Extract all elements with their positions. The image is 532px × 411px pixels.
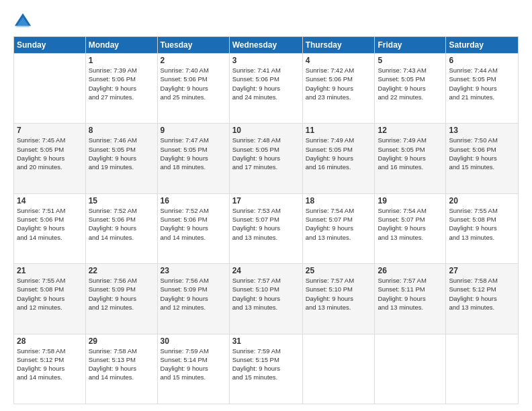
day-info: Sunrise: 7:59 AM Sunset: 5:15 PM Dayligh… bbox=[232, 347, 300, 382]
day-number: 30 bbox=[161, 336, 226, 346]
week-row-1: 1Sunrise: 7:39 AM Sunset: 5:06 PM Daylig… bbox=[14, 54, 519, 124]
day-cell: 29Sunrise: 7:58 AM Sunset: 5:13 PM Dayli… bbox=[85, 334, 157, 404]
logo-icon bbox=[13, 12, 32, 31]
col-header-thursday: Thursday bbox=[302, 37, 375, 54]
day-number: 26 bbox=[378, 266, 443, 275]
day-info: Sunrise: 7:44 AM Sunset: 5:05 PM Dayligh… bbox=[449, 66, 515, 101]
day-info: Sunrise: 7:42 AM Sunset: 5:06 PM Dayligh… bbox=[306, 66, 372, 101]
day-number: 18 bbox=[306, 196, 372, 205]
header bbox=[13, 12, 519, 31]
day-info: Sunrise: 7:55 AM Sunset: 5:08 PM Dayligh… bbox=[449, 206, 515, 242]
day-info: Sunrise: 7:53 AM Sunset: 5:07 PM Dayligh… bbox=[232, 206, 300, 242]
day-info: Sunrise: 7:56 AM Sunset: 5:09 PM Dayligh… bbox=[161, 276, 226, 312]
week-row-2: 7Sunrise: 7:45 AM Sunset: 5:05 PM Daylig… bbox=[14, 124, 519, 193]
day-cell: 13Sunrise: 7:50 AM Sunset: 5:06 PM Dayli… bbox=[446, 124, 519, 193]
col-header-wednesday: Wednesday bbox=[229, 37, 302, 54]
day-info: Sunrise: 7:46 AM Sunset: 5:05 PM Dayligh… bbox=[89, 136, 154, 171]
day-cell bbox=[302, 334, 375, 404]
day-cell: 2Sunrise: 7:40 AM Sunset: 5:06 PM Daylig… bbox=[157, 54, 229, 124]
day-number: 17 bbox=[232, 196, 300, 205]
day-info: Sunrise: 7:51 AM Sunset: 5:06 PM Dayligh… bbox=[17, 206, 83, 242]
day-cell: 25Sunrise: 7:57 AM Sunset: 5:10 PM Dayli… bbox=[302, 264, 375, 334]
day-cell: 17Sunrise: 7:53 AM Sunset: 5:07 PM Dayli… bbox=[229, 193, 302, 263]
day-number: 1 bbox=[89, 56, 154, 65]
day-cell: 8Sunrise: 7:46 AM Sunset: 5:05 PM Daylig… bbox=[85, 124, 157, 193]
week-row-3: 14Sunrise: 7:51 AM Sunset: 5:06 PM Dayli… bbox=[14, 193, 519, 263]
day-cell: 4Sunrise: 7:42 AM Sunset: 5:06 PM Daylig… bbox=[302, 54, 375, 124]
week-row-4: 21Sunrise: 7:55 AM Sunset: 5:08 PM Dayli… bbox=[14, 264, 519, 334]
day-cell: 30Sunrise: 7:59 AM Sunset: 5:14 PM Dayli… bbox=[157, 334, 229, 404]
col-header-tuesday: Tuesday bbox=[157, 37, 229, 54]
day-number: 20 bbox=[449, 196, 515, 205]
day-cell: 18Sunrise: 7:54 AM Sunset: 5:07 PM Dayli… bbox=[302, 193, 375, 263]
day-cell: 21Sunrise: 7:55 AM Sunset: 5:08 PM Dayli… bbox=[14, 264, 86, 334]
day-info: Sunrise: 7:47 AM Sunset: 5:05 PM Dayligh… bbox=[161, 136, 226, 171]
day-number: 2 bbox=[161, 56, 226, 65]
day-number: 7 bbox=[17, 126, 83, 135]
day-info: Sunrise: 7:57 AM Sunset: 5:11 PM Dayligh… bbox=[378, 276, 443, 312]
day-cell: 9Sunrise: 7:47 AM Sunset: 5:05 PM Daylig… bbox=[157, 124, 229, 193]
day-number: 22 bbox=[89, 266, 154, 275]
day-cell: 11Sunrise: 7:49 AM Sunset: 5:05 PM Dayli… bbox=[302, 124, 375, 193]
day-info: Sunrise: 7:50 AM Sunset: 5:06 PM Dayligh… bbox=[449, 136, 515, 171]
day-info: Sunrise: 7:57 AM Sunset: 5:10 PM Dayligh… bbox=[306, 276, 372, 312]
day-cell: 19Sunrise: 7:54 AM Sunset: 5:07 PM Dayli… bbox=[375, 193, 446, 263]
day-number: 23 bbox=[161, 266, 226, 275]
day-number: 13 bbox=[449, 126, 515, 135]
day-info: Sunrise: 7:48 AM Sunset: 5:05 PM Dayligh… bbox=[232, 136, 300, 171]
day-number: 4 bbox=[306, 56, 372, 65]
day-cell bbox=[446, 334, 519, 404]
day-info: Sunrise: 7:52 AM Sunset: 5:06 PM Dayligh… bbox=[89, 206, 154, 242]
day-cell: 27Sunrise: 7:58 AM Sunset: 5:12 PM Dayli… bbox=[446, 264, 519, 334]
day-cell: 14Sunrise: 7:51 AM Sunset: 5:06 PM Dayli… bbox=[14, 193, 86, 263]
day-info: Sunrise: 7:57 AM Sunset: 5:10 PM Dayligh… bbox=[232, 276, 300, 312]
day-cell: 15Sunrise: 7:52 AM Sunset: 5:06 PM Dayli… bbox=[85, 193, 157, 263]
day-cell: 23Sunrise: 7:56 AM Sunset: 5:09 PM Dayli… bbox=[157, 264, 229, 334]
day-cell: 26Sunrise: 7:57 AM Sunset: 5:11 PM Dayli… bbox=[375, 264, 446, 334]
day-cell: 22Sunrise: 7:56 AM Sunset: 5:09 PM Dayli… bbox=[85, 264, 157, 334]
page: SundayMondayTuesdayWednesdayThursdayFrid… bbox=[0, 0, 532, 411]
day-number: 5 bbox=[378, 56, 443, 65]
day-info: Sunrise: 7:59 AM Sunset: 5:14 PM Dayligh… bbox=[161, 347, 226, 382]
day-number: 11 bbox=[306, 126, 372, 135]
day-info: Sunrise: 7:55 AM Sunset: 5:08 PM Dayligh… bbox=[17, 276, 83, 312]
day-info: Sunrise: 7:58 AM Sunset: 5:13 PM Dayligh… bbox=[89, 347, 154, 382]
day-info: Sunrise: 7:39 AM Sunset: 5:06 PM Dayligh… bbox=[89, 66, 154, 101]
day-cell bbox=[375, 334, 446, 404]
day-number: 24 bbox=[232, 266, 300, 275]
day-info: Sunrise: 7:54 AM Sunset: 5:07 PM Dayligh… bbox=[378, 206, 443, 242]
day-info: Sunrise: 7:40 AM Sunset: 5:06 PM Dayligh… bbox=[161, 66, 226, 101]
day-cell: 24Sunrise: 7:57 AM Sunset: 5:10 PM Dayli… bbox=[229, 264, 302, 334]
day-number: 21 bbox=[17, 266, 83, 275]
day-number: 12 bbox=[378, 126, 443, 135]
day-number: 29 bbox=[89, 336, 154, 346]
calendar-table: SundayMondayTuesdayWednesdayThursdayFrid… bbox=[13, 36, 519, 404]
week-row-5: 28Sunrise: 7:58 AM Sunset: 5:12 PM Dayli… bbox=[14, 334, 519, 404]
day-info: Sunrise: 7:45 AM Sunset: 5:05 PM Dayligh… bbox=[17, 136, 83, 171]
col-header-monday: Monday bbox=[85, 37, 157, 54]
day-cell: 10Sunrise: 7:48 AM Sunset: 5:05 PM Dayli… bbox=[229, 124, 302, 193]
day-info: Sunrise: 7:43 AM Sunset: 5:05 PM Dayligh… bbox=[378, 66, 443, 101]
day-number: 6 bbox=[449, 56, 515, 65]
day-cell: 12Sunrise: 7:49 AM Sunset: 5:05 PM Dayli… bbox=[375, 124, 446, 193]
day-cell: 5Sunrise: 7:43 AM Sunset: 5:05 PM Daylig… bbox=[375, 54, 446, 124]
day-cell bbox=[14, 54, 86, 124]
day-cell: 6Sunrise: 7:44 AM Sunset: 5:05 PM Daylig… bbox=[446, 54, 519, 124]
day-info: Sunrise: 7:41 AM Sunset: 5:06 PM Dayligh… bbox=[232, 66, 300, 101]
col-header-sunday: Sunday bbox=[14, 37, 86, 54]
day-info: Sunrise: 7:58 AM Sunset: 5:12 PM Dayligh… bbox=[449, 276, 515, 312]
day-info: Sunrise: 7:52 AM Sunset: 5:06 PM Dayligh… bbox=[161, 206, 226, 242]
day-info: Sunrise: 7:49 AM Sunset: 5:05 PM Dayligh… bbox=[306, 136, 372, 171]
day-number: 31 bbox=[232, 336, 300, 346]
day-number: 3 bbox=[232, 56, 300, 65]
day-cell: 28Sunrise: 7:58 AM Sunset: 5:12 PM Dayli… bbox=[14, 334, 86, 404]
day-cell: 20Sunrise: 7:55 AM Sunset: 5:08 PM Dayli… bbox=[446, 193, 519, 263]
col-header-friday: Friday bbox=[375, 37, 446, 54]
day-info: Sunrise: 7:54 AM Sunset: 5:07 PM Dayligh… bbox=[306, 206, 372, 242]
col-header-saturday: Saturday bbox=[446, 37, 519, 54]
calendar-header-row: SundayMondayTuesdayWednesdayThursdayFrid… bbox=[14, 37, 519, 54]
day-number: 27 bbox=[449, 266, 515, 275]
day-number: 10 bbox=[232, 126, 300, 135]
day-number: 28 bbox=[17, 336, 83, 346]
day-number: 15 bbox=[89, 196, 154, 205]
